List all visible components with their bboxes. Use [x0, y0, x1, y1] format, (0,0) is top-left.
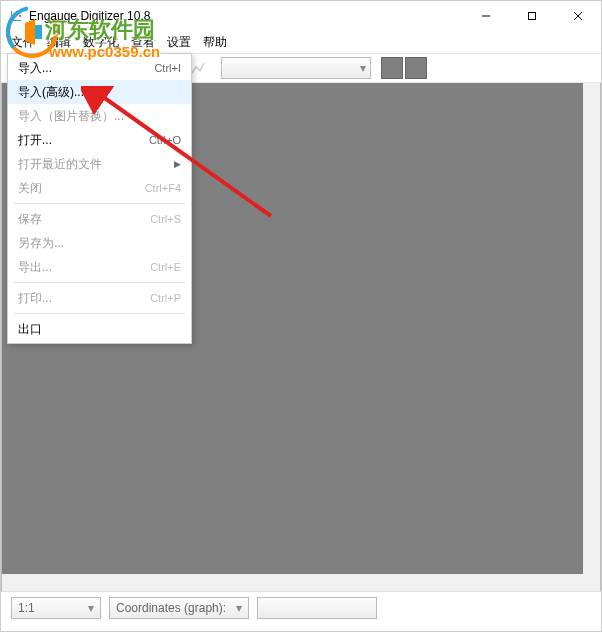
svg-rect-7	[529, 13, 536, 20]
menu-item-import-advanced[interactable]: 导入(高级)...	[8, 80, 191, 104]
menu-item-export: 导出... Ctrl+E	[8, 255, 191, 279]
menu-item-import[interactable]: 导入... Ctrl+I	[8, 56, 191, 80]
window-title: Engauge Digitizer 10.8	[29, 9, 150, 23]
submenu-arrow-icon: ▶	[174, 159, 181, 169]
menu-item-open[interactable]: 打开... Ctrl+O	[8, 128, 191, 152]
tool-color-swatch-2[interactable]	[405, 57, 427, 79]
menu-file[interactable]: 文件	[11, 34, 35, 51]
chevron-down-icon: ▾	[228, 601, 242, 615]
menu-digitize[interactable]: 数字化	[83, 34, 119, 51]
menu-separator	[14, 313, 185, 314]
menu-item-save-as: 另存为...	[8, 231, 191, 255]
coords-mode-combo[interactable]: Coordinates (graph): ▾	[109, 597, 249, 619]
menu-item-import-replace: 导入（图片替换）...	[8, 104, 191, 128]
menu-separator	[14, 282, 185, 283]
minimize-button[interactable]	[463, 1, 509, 31]
titlebar: Engauge Digitizer 10.8	[1, 1, 601, 31]
curve-select-combo[interactable]: ▾	[221, 57, 371, 79]
zoom-value: 1:1	[18, 601, 35, 615]
window-controls	[463, 1, 601, 31]
menu-settings[interactable]: 设置	[167, 34, 191, 51]
menu-item-print: 打印... Ctrl+P	[8, 286, 191, 310]
menu-separator	[14, 203, 185, 204]
file-menu-dropdown: 导入... Ctrl+I 导入(高级)... 导入（图片替换）... 打开...…	[7, 53, 192, 344]
coords-mode-label: Coordinates (graph):	[116, 601, 226, 615]
svg-point-4	[16, 13, 18, 15]
svg-point-5	[19, 15, 21, 17]
menu-edit[interactable]: 编辑	[47, 34, 71, 51]
vertical-scrollbar[interactable]	[583, 83, 600, 574]
coords-value-field	[257, 597, 377, 619]
menu-item-open-recent: 打开最近的文件 ▶	[8, 152, 191, 176]
menu-view[interactable]: 查看	[131, 34, 155, 51]
maximize-button[interactable]	[509, 1, 555, 31]
chevron-down-icon: ▾	[80, 601, 94, 615]
zoom-combo[interactable]: 1:1 ▾	[11, 597, 101, 619]
horizontal-scrollbar[interactable]	[2, 574, 583, 591]
menu-item-exit[interactable]: 出口	[8, 317, 191, 341]
menu-item-close: 关闭 Ctrl+F4	[8, 176, 191, 200]
menu-item-save: 保存 Ctrl+S	[8, 207, 191, 231]
close-button[interactable]	[555, 1, 601, 31]
tool-color-swatch-1[interactable]	[381, 57, 403, 79]
chevron-down-icon: ▾	[360, 61, 366, 75]
app-icon	[9, 9, 23, 23]
svg-point-3	[13, 16, 15, 18]
scrollbar-corner	[583, 574, 600, 591]
menubar: 文件 编辑 数字化 查看 设置 帮助	[1, 31, 601, 53]
statusbar: 1:1 ▾ Coordinates (graph): ▾	[1, 591, 601, 623]
menu-help[interactable]: 帮助	[203, 34, 227, 51]
